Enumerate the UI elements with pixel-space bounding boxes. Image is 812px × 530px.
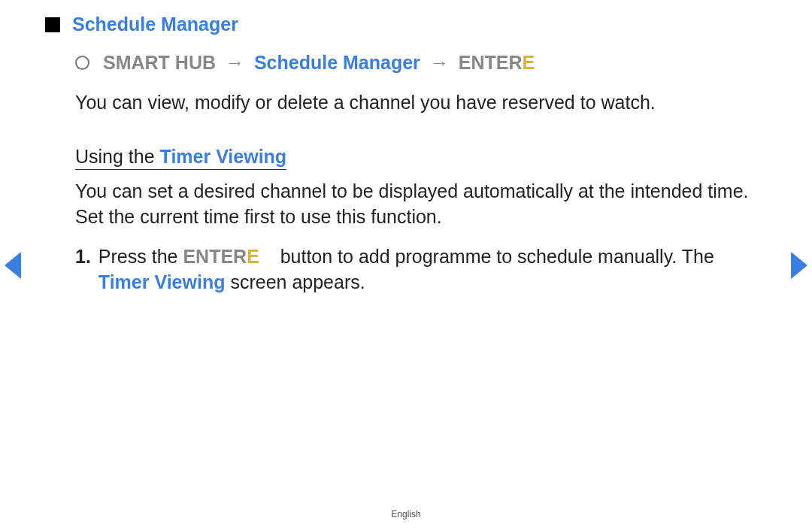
subsection-body: You can set a desired channel to be disp… xyxy=(45,179,767,230)
next-page-arrow-icon[interactable] xyxy=(791,252,807,279)
breadcrumb: SMART HUB → Schedule Manager → ENTERE xyxy=(45,52,767,74)
breadcrumb-item-1: SMART HUB xyxy=(103,52,216,73)
breadcrumb-bullet-icon xyxy=(75,56,89,70)
bullet-square-icon xyxy=(45,17,60,32)
list-number: 1. xyxy=(75,244,91,295)
ordered-list-item: 1. Press the ENTERE button to add progra… xyxy=(45,244,767,295)
breadcrumb-item-2: Schedule Manager xyxy=(254,52,420,73)
subsection-prefix: Using the xyxy=(75,146,160,167)
intro-text: You can view, modify or delete a channel… xyxy=(45,90,767,116)
prev-page-arrow-icon[interactable] xyxy=(5,252,21,279)
footer-language: English xyxy=(0,509,812,519)
section-title: Schedule Manager xyxy=(72,14,238,35)
manual-page-content: Schedule Manager SMART HUB → Schedule Ma… xyxy=(0,0,812,295)
breadcrumb-arrow-icon: → xyxy=(430,52,449,73)
list-body: Press the ENTERE button to add programme… xyxy=(98,244,767,295)
breadcrumb-arrow-icon: → xyxy=(226,52,244,73)
title-row: Schedule Manager xyxy=(45,14,767,35)
subsection-heading: Using the Timer Viewing xyxy=(45,146,767,170)
breadcrumb-item-3: ENTERE xyxy=(459,52,535,73)
subsection-highlight: Timer Viewing xyxy=(160,146,287,167)
